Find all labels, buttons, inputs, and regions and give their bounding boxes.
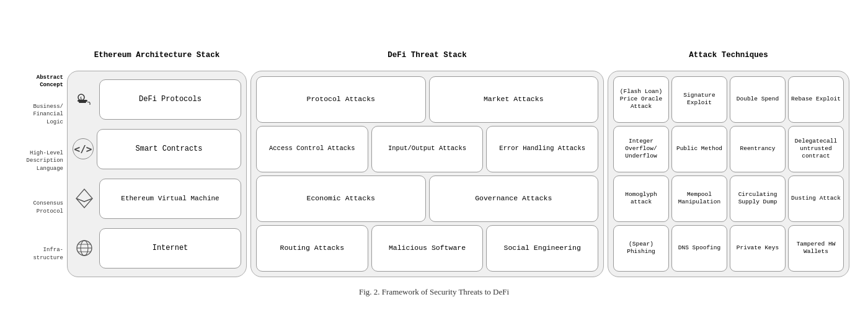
attack-cell-2-0: Homoglyph attack (613, 175, 669, 222)
defi-stack-header: DeFi Threat Stack (250, 51, 604, 60)
attack-group-box: (Flash Loan) Price Oracle Attack Signatu… (608, 71, 849, 277)
svg-rect-1 (79, 102, 86, 103)
defi-row-1: Access Control Attacks Input/Output Atta… (256, 126, 598, 172)
attack-cell-1-1: Public Method (671, 126, 727, 172)
defi-cell-1-0: Access Control Attacks (256, 126, 368, 172)
defi-row-3: Routing Attacks Malicious Software Socia… (256, 225, 598, 272)
eth-row-3: Internet (73, 225, 241, 272)
icon-row-0: $ (73, 90, 96, 109)
attack-row-0: (Flash Loan) Price Oracle Attack Signatu… (613, 76, 844, 123)
attack-cell-0-1: Signature Exploit (671, 76, 727, 123)
attack-cell-2-1: Mempool Manipulation (671, 175, 727, 222)
attack-row-2: Homoglyph attack Mempool Manipulation Ci… (613, 175, 844, 222)
defi-cell-1-1: Input/Output Attacks (371, 126, 484, 172)
svg-text:$: $ (80, 96, 82, 101)
defi-cell-0-1: Market Attacks (429, 76, 599, 123)
row-label-3: Infra- structure (19, 231, 67, 277)
main-content: Ethereum Architecture Stack DeFi Threat … (67, 42, 849, 277)
attack-cell-0-3: Rebase Exploit (788, 76, 844, 123)
eth-cell-0: DeFi Protocols (99, 79, 241, 120)
attack-row-1: Integer Overflow/ Underflow Public Metho… (613, 126, 844, 172)
column-headers: Ethereum Architecture Stack DeFi Threat … (67, 42, 849, 71)
row-label-0: Business/ Financial Logic (19, 91, 67, 138)
hand-coins-icon: $ (75, 90, 94, 109)
attack-cell-1-2: Reentrancy (730, 126, 786, 172)
attack-cell-3-1: DNS Spoofing (671, 225, 727, 272)
row-label-1: High-Level Description Language (19, 138, 67, 184)
defi-group-box: Protocol Attacks Market Attacks Access C… (250, 71, 604, 277)
defi-cell-3-2: Social Engineering (486, 225, 598, 272)
abstract-concept-header: Abstract Concept (19, 74, 67, 89)
globe-svg-icon (75, 239, 94, 257)
attack-cell-2-3: Dusting Attack (788, 175, 844, 222)
diagram-wrapper: Abstract Concept Business/ Financial Log… (0, 30, 868, 303)
eth-group-box: $ DeFi Protocols </> Smart Contracts (67, 71, 247, 277)
eth-cell-3: Internet (99, 228, 241, 269)
eth-row-0: $ DeFi Protocols (73, 76, 241, 123)
eth-cell-1: Smart Contracts (97, 129, 241, 169)
defi-cell-3-1: Malicious Software (371, 225, 484, 272)
svg-marker-5 (76, 198, 92, 208)
ethereum-icon (73, 189, 96, 208)
attack-cell-0-0: (Flash Loan) Price Oracle Attack (613, 76, 669, 123)
globe-icon (73, 239, 96, 257)
defi-cell-0-0: Protocol Attacks (256, 76, 426, 123)
code-icon: </> (73, 138, 94, 159)
defi-row-2: Economic Attacks Governance Attacks (256, 175, 598, 222)
attack-cell-3-3: Tampered HW Wallets (788, 225, 844, 272)
row-label-2: Consensus Protocol (19, 184, 67, 231)
eth-diamond-icon (76, 189, 93, 208)
attack-cell-0-2: Double Spend (730, 76, 786, 123)
left-labels-col: Abstract Concept Business/ Financial Log… (19, 42, 67, 277)
eth-stack-header: Ethereum Architecture Stack (67, 51, 247, 60)
defi-cell-2-0: Economic Attacks (256, 175, 426, 222)
attack-cell-3-2: Private Keys (730, 225, 786, 272)
defi-row-0: Protocol Attacks Market Attacks (256, 76, 598, 123)
defi-cell-3-0: Routing Attacks (256, 225, 368, 272)
eth-row-1: </> Smart Contracts (73, 126, 241, 172)
attack-row-3: (Spear) Phishing DNS Spoofing Private Ke… (613, 225, 844, 272)
content-groups: $ DeFi Protocols </> Smart Contracts (67, 71, 849, 277)
attack-cell-1-3: Delegatecall untrusted contract (788, 126, 844, 172)
eth-row-2: Ethereum Virtual Machine (73, 175, 241, 222)
attack-cell-1-0: Integer Overflow/ Underflow (613, 126, 669, 172)
attack-tech-header: Attack Techniques (608, 51, 849, 60)
attack-cell-2-2: Circulating Supply Dump (730, 175, 786, 222)
defi-cell-2-1: Governance Attacks (429, 175, 599, 222)
attack-cell-3-0: (Spear) Phishing (613, 225, 669, 272)
eth-cell-2: Ethereum Virtual Machine (99, 179, 241, 219)
figure-caption: Fig. 2. Framework of Security Threats to… (359, 287, 509, 297)
defi-cell-1-2: Error Handling Attacks (486, 126, 598, 172)
